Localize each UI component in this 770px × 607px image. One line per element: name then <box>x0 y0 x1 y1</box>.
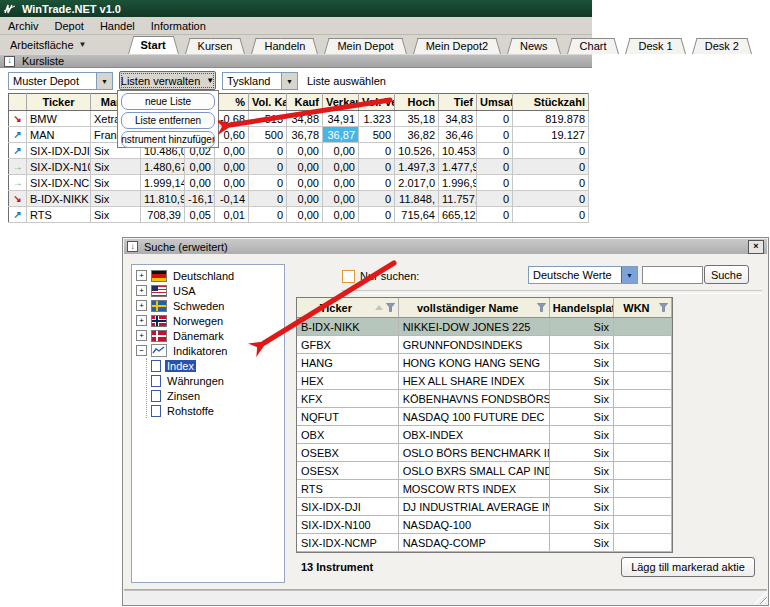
quote-cell-stueck: 0 <box>513 175 589 191</box>
tab-handeln[interactable]: Handeln <box>251 38 318 54</box>
result-row[interactable]: B-IDX-NIKKNIKKEI-DOW JONES 225Six <box>297 318 672 336</box>
result-row[interactable]: SIX-IDX-NCMPNASDAQ-COMPSix <box>297 534 672 552</box>
filter-funnel-icon[interactable] <box>659 302 668 314</box>
nur-suchen-checkbox[interactable] <box>342 270 355 283</box>
search-button[interactable]: Suche <box>704 265 749 284</box>
quote-row[interactable]: ↗SIX-IDX-DJISix10.486,0190,020,0000,000,… <box>9 143 589 159</box>
list-hint-label: Liste auswählen <box>307 75 386 87</box>
menu-item-handel[interactable]: Handel <box>92 19 143 33</box>
tree-item-index[interactable]: Index <box>147 358 284 373</box>
tree-item-dänemark[interactable]: +Dänemark <box>132 328 284 343</box>
result-row[interactable]: KFXKÖBENHAVNS FONDSBÖRS INDEXSix <box>297 390 672 408</box>
result-cell: RTS <box>297 480 398 498</box>
quote-cell-ticker: SIX-IDX-NCMP <box>27 175 91 191</box>
tab-start[interactable]: Start <box>128 36 179 54</box>
result-cell: KÖBENHAVNS FONDSBÖRS INDEX <box>398 390 549 408</box>
quote-row[interactable]: ↗MANFrankfur0,6050036,7836,8750036,8236,… <box>9 127 589 143</box>
result-row[interactable]: OBXOBX-INDEXSix <box>297 426 672 444</box>
tree-item-währungen[interactable]: Währungen <box>147 373 284 388</box>
result-row[interactable]: HEXHEX ALL SHARE INDEXSix <box>297 372 672 390</box>
quotes-col-header[interactable]: Hoch <box>395 94 439 111</box>
result-row[interactable]: OSESXOSLO BXRS SMALL CAP INDEX_GISix <box>297 462 672 480</box>
tab-mein-depot[interactable]: Mein Depot <box>324 38 406 54</box>
filter-funnel-icon[interactable] <box>537 302 546 314</box>
quotes-col-header[interactable]: % <box>215 94 249 111</box>
results-col-header-vollständiger-name[interactable]: vollständiger Name <box>398 298 549 318</box>
tab-chart[interactable]: Chart <box>567 38 620 54</box>
menu-item-neue-liste[interactable]: neue Liste <box>121 93 215 110</box>
tree-item-deutschland[interactable]: +Deutschland <box>132 268 284 283</box>
collapse-icon[interactable]: − <box>136 345 147 356</box>
tree-item-usa[interactable]: +USA <box>132 283 284 298</box>
quotes-col-header[interactable]: Verkauf <box>323 94 359 111</box>
menu-item-information[interactable]: Information <box>143 19 214 33</box>
close-icon[interactable]: × <box>748 240 764 254</box>
expand-icon[interactable]: + <box>136 300 147 311</box>
quotes-col-header[interactable]: Tief <box>439 94 477 111</box>
results-col-header-handelsplat[interactable]: Handelsplat <box>549 298 613 318</box>
tab-news[interactable]: News <box>507 38 561 54</box>
tree-item-rohstoffe[interactable]: Rohstoffe <box>147 403 284 418</box>
tree-item-indikatoren[interactable]: −Indikatoren <box>132 343 284 358</box>
menu-item-archiv[interactable]: Archiv <box>0 19 47 33</box>
add-selected-button[interactable]: Lägg till markerad aktie <box>621 557 755 577</box>
quote-row[interactable]: ↘BMWXetra-0,6851334,8834,911.32335,1834,… <box>9 111 589 127</box>
result-cell: NASDAQ-COMP <box>398 534 549 552</box>
search-input[interactable] <box>642 266 703 284</box>
result-row[interactable]: GFBXGRUNNFONDSINDEKSSix <box>297 336 672 354</box>
menu-item-liste-entfernen[interactable]: Liste entfernen <box>121 112 215 129</box>
panel-icon[interactable]: ↓ <box>4 56 15 67</box>
quote-row[interactable]: ↘B-IDX-NIKKSix11.810,990-16,17-0,1400,00… <box>9 191 589 207</box>
quote-cell-last: 11.810,990 <box>141 191 185 207</box>
quote-row[interactable]: ↗RTSSix708,390,050,0100,000,000715,64665… <box>9 207 589 223</box>
results-col-header-ticker[interactable]: Ticker <box>297 298 398 318</box>
result-row[interactable]: SIX-IDX-N100NASDAQ-100Six <box>297 516 672 534</box>
expand-icon[interactable]: + <box>136 315 147 326</box>
quote-cell-vol_ver: 0 <box>359 191 395 207</box>
tab-desk-2[interactable]: Desk 2 <box>692 38 752 54</box>
result-row[interactable]: RTSMOSCOW RTS INDEXSix <box>297 480 672 498</box>
quotes-col-header[interactable]: Stückzahl <box>513 94 589 111</box>
workspace-button-label: Arbeitsfläche <box>10 39 74 51</box>
quotes-col-header[interactable]: Ticker <box>27 94 91 111</box>
resize-grip-icon[interactable] <box>754 591 767 604</box>
quote-row[interactable]: →SIX-IDX-N100Six1.480,670,000,0000,000,0… <box>9 159 589 175</box>
quote-row[interactable]: →SIX-IDX-NCMPSix1.999,140,000,0000,000,0… <box>9 175 589 191</box>
workspace-button[interactable]: Arbeitsfläche ▼ <box>6 37 91 52</box>
results-col-header-wkn[interactable]: WKN <box>613 298 671 318</box>
depot-combobox[interactable]: Muster Depot ▼ <box>8 72 113 90</box>
tree-item-zinsen[interactable]: Zinsen <box>147 388 284 403</box>
expand-icon[interactable]: + <box>136 330 147 341</box>
result-cell: Six <box>549 354 613 372</box>
menu-item-depot[interactable]: Depot <box>47 19 92 33</box>
tab-desk-1[interactable]: Desk 1 <box>625 38 685 54</box>
quote-cell-hoch: 11.848, <box>395 191 439 207</box>
dialog-titlebar[interactable]: ↓ Suche (erweitert) × <box>124 239 767 254</box>
manage-lists-button[interactable]: Listen verwalten ▼ <box>119 71 216 90</box>
result-row[interactable]: OSEBXOSLO BÖRS BENCHMARK INDEX_GISix <box>297 444 672 462</box>
tab-mein-depot2[interactable]: Mein Depot2 <box>413 38 501 54</box>
expand-icon[interactable]: + <box>136 270 147 281</box>
results-col-header-label: Handelsplat <box>553 302 614 314</box>
tab-kursen[interactable]: Kursen <box>185 38 246 54</box>
quotes-col-header[interactable] <box>9 94 27 111</box>
filter-funnel-icon[interactable] <box>386 302 395 314</box>
quotes-col-header[interactable]: Kauf <box>287 94 323 111</box>
result-row[interactable]: SIX-IDX-DJIDJ INDUSTRIAL AVERAGE INDEXSi… <box>297 498 672 516</box>
result-row[interactable]: HANGHONG KONG HANG SENGSix <box>297 354 672 372</box>
flag-no-icon <box>151 315 167 327</box>
quotes-col-header[interactable]: Vol. Ver <box>359 94 395 111</box>
quotes-col-header[interactable]: Vol. Kauf <box>249 94 287 111</box>
quote-cell-verkauf: 0,00 <box>323 175 359 191</box>
result-row[interactable]: NQFUTNASDAQ 100 FUTURE DECSix <box>297 408 672 426</box>
menu-item-instrument-hinzufügen[interactable]: Instrument hinzufügen <box>121 131 215 148</box>
chevron-down-icon[interactable]: ▼ <box>281 73 297 89</box>
expand-icon[interactable]: + <box>136 285 147 296</box>
tree-item-schweden[interactable]: +Schweden <box>132 298 284 313</box>
quotes-col-header[interactable]: Umsatz <box>477 94 513 111</box>
tree-item-norwegen[interactable]: +Norwegen <box>132 313 284 328</box>
chevron-down-icon[interactable]: ▼ <box>96 73 112 89</box>
filter-combobox[interactable]: Deutsche Werte ▼ <box>528 266 638 284</box>
country-combobox[interactable]: Tyskland ▼ <box>222 72 298 90</box>
chevron-down-icon[interactable]: ▼ <box>621 267 637 283</box>
